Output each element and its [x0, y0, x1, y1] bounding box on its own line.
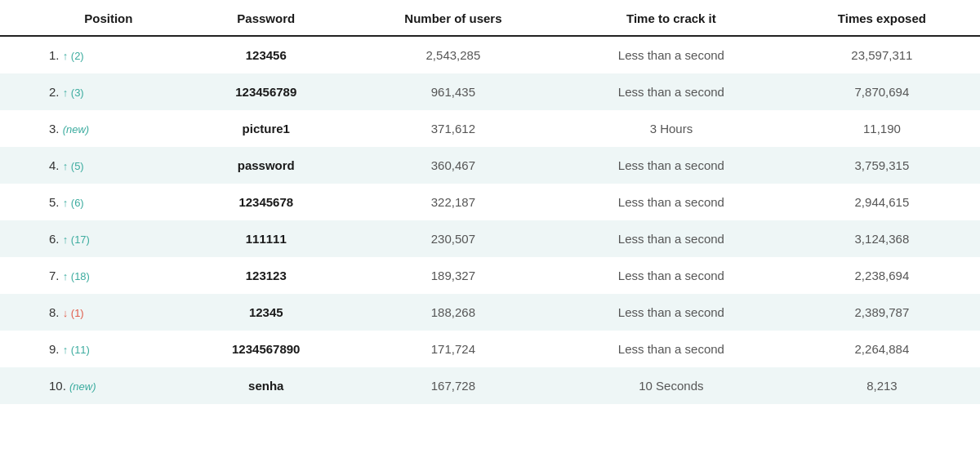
position-cell: 2. ↑ (3) — [0, 73, 185, 110]
change-value: (3) — [68, 87, 84, 99]
num-users-cell: 188,268 — [348, 294, 559, 331]
change-value: (2) — [68, 50, 84, 62]
times-exposed-cell: 8,213 — [784, 367, 980, 404]
password-table: Position Password Number of users Time t… — [0, 0, 980, 404]
table-row: 7. ↑ (18)123123189,327Less than a second… — [0, 257, 980, 294]
password-cell: 123456 — [185, 36, 348, 73]
change-value: (11) — [68, 344, 90, 356]
time-to-crack-cell: Less than a second — [559, 220, 784, 257]
table-row: 4. ↑ (5)password360,467Less than a secon… — [0, 147, 980, 184]
position-number: 4. — [49, 158, 60, 172]
position-number: 9. — [49, 342, 60, 356]
change-value: (5) — [68, 160, 84, 172]
num-users-cell: 189,327 — [348, 257, 559, 294]
position-cell: 7. ↑ (18) — [0, 257, 185, 294]
times-exposed-cell: 2,944,615 — [784, 184, 980, 220]
num-users-cell: 167,728 — [348, 367, 559, 404]
position-number: 1. — [49, 48, 60, 62]
position-cell: 1. ↑ (2) — [0, 36, 185, 73]
num-users-cell: 230,507 — [348, 220, 559, 257]
time-to-crack-cell: Less than a second — [559, 36, 784, 73]
change-value: (6) — [68, 197, 84, 209]
position-number: 10. — [49, 379, 66, 393]
header-position[interactable]: Position — [0, 0, 185, 36]
num-users-cell: 322,187 — [348, 184, 559, 220]
change-new-label: (new) — [69, 380, 96, 393]
time-to-crack-cell: 3 Hours — [559, 110, 784, 147]
time-to-crack-cell: Less than a second — [559, 294, 784, 331]
table-row: 8. ↓ (1)12345188,268Less than a second2,… — [0, 294, 980, 331]
time-to-crack-cell: Less than a second — [559, 184, 784, 220]
times-exposed-cell: 11,190 — [784, 110, 980, 147]
password-cell: 12345678 — [185, 184, 348, 220]
time-to-crack-cell: 10 Seconds — [559, 367, 784, 404]
table-row: 5. ↑ (6)12345678322,187Less than a secon… — [0, 184, 980, 220]
change-new-label: (new) — [63, 123, 90, 135]
num-users-cell: 171,724 — [348, 331, 559, 367]
position-cell: 4. ↑ (5) — [0, 147, 185, 184]
password-cell: 123123 — [185, 257, 348, 294]
times-exposed-cell: 2,264,884 — [784, 331, 980, 367]
password-cell: 111111 — [185, 220, 348, 257]
password-cell: 1234567890 — [185, 331, 348, 367]
position-cell: 3. (new) — [0, 110, 185, 147]
time-to-crack-cell: Less than a second — [559, 331, 784, 367]
password-cell: 12345 — [185, 294, 348, 331]
position-number: 5. — [49, 195, 60, 209]
header-time-to-crack[interactable]: Time to crack it — [559, 0, 784, 36]
times-exposed-cell: 2,389,787 — [784, 294, 980, 331]
position-cell: 5. ↑ (6) — [0, 184, 185, 220]
num-users-cell: 961,435 — [348, 73, 559, 110]
position-number: 6. — [49, 232, 60, 246]
table-header-row: Position Password Number of users Time t… — [0, 0, 980, 36]
time-to-crack-cell: Less than a second — [559, 257, 784, 294]
position-number: 2. — [49, 85, 60, 99]
password-cell: password — [185, 147, 348, 184]
position-cell: 8. ↓ (1) — [0, 294, 185, 331]
table-row: 2. ↑ (3)123456789961,435Less than a seco… — [0, 73, 980, 110]
num-users-cell: 2,543,285 — [348, 36, 559, 73]
times-exposed-cell: 2,238,694 — [784, 257, 980, 294]
time-to-crack-cell: Less than a second — [559, 73, 784, 110]
password-cell: senha — [185, 367, 348, 404]
header-num-users[interactable]: Number of users — [348, 0, 559, 36]
password-table-container: Position Password Number of users Time t… — [0, 0, 980, 404]
times-exposed-cell: 23,597,311 — [784, 36, 980, 73]
change-value: (18) — [68, 270, 90, 282]
change-value: (17) — [68, 233, 90, 246]
table-row: 1. ↑ (2)1234562,543,285Less than a secon… — [0, 36, 980, 73]
times-exposed-cell: 7,870,694 — [784, 73, 980, 110]
table-row: 9. ↑ (11)1234567890171,724Less than a se… — [0, 331, 980, 367]
position-cell: 10. (new) — [0, 367, 185, 404]
table-row: 3. (new)picture1371,6123 Hours11,190 — [0, 110, 980, 147]
password-cell: 123456789 — [185, 73, 348, 110]
position-number: 3. — [49, 122, 60, 135]
position-number: 7. — [49, 269, 60, 282]
table-row: 6. ↑ (17)111111230,507Less than a second… — [0, 220, 980, 257]
position-number: 8. — [49, 305, 60, 319]
times-exposed-cell: 3,759,315 — [784, 147, 980, 184]
num-users-cell: 360,467 — [348, 147, 559, 184]
header-times-exposed[interactable]: Times exposed — [784, 0, 980, 36]
position-cell: 6. ↑ (17) — [0, 220, 185, 257]
time-to-crack-cell: Less than a second — [559, 147, 784, 184]
num-users-cell: 371,612 — [348, 110, 559, 147]
password-cell: picture1 — [185, 110, 348, 147]
header-password[interactable]: Password — [185, 0, 348, 36]
position-cell: 9. ↑ (11) — [0, 331, 185, 367]
times-exposed-cell: 3,124,368 — [784, 220, 980, 257]
table-row: 10. (new)senha167,72810 Seconds8,213 — [0, 367, 980, 404]
change-value: (1) — [68, 307, 84, 319]
